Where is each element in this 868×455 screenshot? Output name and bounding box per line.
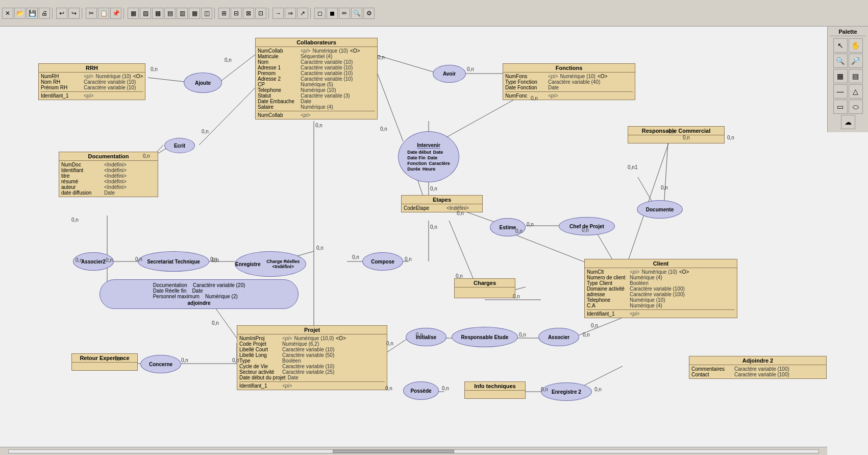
card-intervenir-etapes: 0,n — [430, 186, 437, 191]
entity-etapes[interactable]: Etapes CodeEtape<Indéfini> — [401, 195, 483, 212]
relation-intervenir-label: Intervenir — [417, 142, 440, 149]
relation-initialise[interactable]: Initialise — [406, 328, 447, 346]
relation-enregistre2[interactable]: Enregistre 2 — [541, 382, 592, 401]
svg-line-10 — [199, 88, 255, 145]
card-initialise-right: 0,n — [416, 332, 423, 338]
entity-fonctions[interactable]: Fonctions NumFons<pi>Numérique (10)<O> T… — [503, 63, 635, 100]
tb-undo[interactable]: ↩ — [56, 8, 67, 19]
entity-body-resp-commercial — [628, 135, 724, 143]
card-rrh-ajoute: 0,n — [151, 66, 158, 72]
tb-b6[interactable]: ▦ — [189, 8, 200, 19]
palette-row-1: ↖ ✋ — [830, 38, 866, 53]
relation-documente[interactable]: Documente — [637, 200, 683, 219]
tb-paste[interactable]: 📌 — [110, 8, 121, 19]
card-estime-etapes: 0,n — [457, 210, 464, 216]
tb-b19[interactable]: ⚙ — [363, 8, 375, 19]
palette-row-2: 🔍 🔎 — [830, 54, 866, 68]
tb-save[interactable]: 💾 — [27, 8, 38, 19]
card-client-resp-com: 0,n — [727, 135, 734, 140]
entity-body-collaborateurs: NumCollab<pi>Numérique (10)<O> Matricule… — [256, 47, 377, 119]
sep5 — [268, 8, 270, 19]
tb-b11[interactable]: ⊡ — [255, 8, 266, 19]
tb-b16[interactable]: ◼ — [327, 8, 338, 19]
tb-print[interactable]: 🖨 — [39, 8, 50, 19]
palette-hand[interactable]: ✋ — [849, 38, 863, 53]
relation-avoir[interactable]: Avoir — [433, 65, 466, 83]
adjoindre-content: Documentation Caractère variable (20) Da… — [108, 282, 290, 299]
palette-row-4: — △ — [830, 84, 866, 99]
card-possede-right: 0,n — [442, 386, 449, 391]
relation-intervenir[interactable]: Intervenir Date débutDate Date FinDate F… — [398, 131, 459, 182]
palette-zoom-out[interactable]: 🔎 — [849, 54, 863, 68]
card-secretariat-right: 0,n — [210, 256, 217, 262]
relation-ajoute[interactable]: Ajoute — [184, 73, 222, 93]
palette-zoom-in[interactable]: 🔍 — [833, 54, 848, 68]
intervenir-attrs: Date débutDate Date FinDate FonctionCara… — [407, 150, 450, 172]
sep6 — [310, 8, 312, 19]
entity-charges[interactable]: Charges — [454, 278, 515, 298]
tb-b10[interactable]: ⊠ — [243, 8, 254, 19]
card-enr2-left: 0,n — [541, 387, 548, 392]
entity-info-techniques[interactable]: Info techniques — [464, 381, 526, 399]
enregistre-label: Enregistre — [235, 261, 260, 267]
tb-open[interactable]: 📂 — [14, 8, 26, 19]
svg-line-44 — [449, 221, 475, 282]
relation-secretariat[interactable]: Secretariat Technique — [138, 251, 209, 272]
relation-concerne[interactable]: Concerne — [140, 355, 181, 373]
tb-b1[interactable]: ▦ — [128, 8, 139, 19]
sep3 — [123, 8, 126, 19]
tb-b7[interactable]: ◫ — [201, 8, 212, 19]
tb-b9[interactable]: ⊟ — [231, 8, 242, 19]
adjoindre-box[interactable]: Documentation Caractère variable (20) Da… — [100, 279, 299, 309]
tb-b17[interactable]: ✏ — [339, 8, 350, 19]
palette-rect[interactable]: ▭ — [833, 100, 848, 114]
entity-body-documentation: NumDoc<Indéfini> Identifiant<Indéfini> t… — [59, 161, 158, 197]
entity-responsable-commercial[interactable]: Responsable Commercial — [628, 126, 725, 143]
card-etapes-compose: 0,n — [430, 224, 437, 230]
tb-b3[interactable]: ▩ — [152, 8, 163, 19]
enregistre-attr: Charge Réelles <Indéfini> — [260, 259, 306, 269]
tb-b8[interactable]: ⊞ — [218, 8, 230, 19]
palette-entity[interactable]: ▦ — [833, 69, 848, 83]
palette-inh[interactable]: △ — [849, 84, 863, 99]
scroll-track[interactable] — [8, 449, 819, 453]
horizontal-scrollbar[interactable] — [0, 447, 827, 455]
relation-ecrit[interactable]: Ecrit — [164, 138, 195, 153]
tb-b13[interactable]: ⇒ — [285, 8, 296, 19]
tb-b4[interactable]: ▤ — [164, 8, 176, 19]
palette-link[interactable]: — — [833, 84, 848, 99]
tb-b14[interactable]: ↗ — [297, 8, 308, 19]
palette: Palette ↖ ✋ 🔍 🔎 ▦ ▤ — △ ▭ ⬭ ☁ — [827, 27, 868, 132]
relation-enregistre[interactable]: Enregistre Charge Réelles <Indéfini> — [235, 251, 306, 277]
tb-b12[interactable]: → — [272, 8, 284, 19]
scroll-thumb[interactable] — [333, 450, 454, 453]
entity-retour-experience[interactable]: Retour Experience — [71, 353, 138, 371]
card-documente-top: 0,n — [661, 185, 668, 190]
entity-rrh[interactable]: RRH NumRH<pi>Numérique (10)<O> Nom RHCar… — [38, 63, 145, 100]
relation-possede[interactable]: Possède — [403, 381, 439, 400]
sep1 — [52, 8, 54, 19]
palette-oval[interactable]: ⬭ — [849, 100, 863, 114]
tb-b5[interactable]: ▥ — [177, 8, 188, 19]
relation-resp-etude[interactable]: Responsable Etude — [452, 327, 518, 347]
tb-redo[interactable]: ↪ — [68, 8, 80, 19]
tb-copy[interactable]: 📋 — [98, 8, 109, 19]
tb-cut[interactable]: ✂ — [86, 8, 97, 19]
tb-b2[interactable]: ▨ — [140, 8, 151, 19]
palette-cloud[interactable]: ☁ — [841, 115, 855, 129]
entity-projet[interactable]: Projet NumIniProj<pi>Numérique (10,0)<O>… — [237, 325, 387, 390]
palette-rel[interactable]: ▤ — [849, 69, 863, 83]
entity-adjoindre2[interactable]: Adjoindre 2 CommentairesCaractère variab… — [689, 356, 827, 379]
entity-header-projet: Projet — [237, 326, 387, 334]
palette-cursor[interactable]: ↖ — [833, 38, 848, 53]
tb-new[interactable]: ✕ — [2, 8, 13, 19]
entity-collaborateurs[interactable]: Collaborateurs NumCollab<pi>Numérique (1… — [255, 38, 378, 119]
relation-associer[interactable]: Associer — [538, 328, 579, 346]
canvas[interactable]: Collaborateurs NumCollab<pi>Numérique (1… — [0, 27, 868, 455]
tb-b18[interactable]: 🔍 — [351, 8, 362, 19]
tb-b15[interactable]: ◻ — [314, 8, 326, 19]
relation-compose[interactable]: Compose — [362, 252, 403, 271]
card-estime-client: 0,n — [515, 228, 523, 234]
entity-client[interactable]: Client NumClt<pi>Numérique (10)<O> Numer… — [584, 259, 737, 318]
entity-body-etapes: CodeEtape<Indéfini> — [402, 204, 482, 212]
